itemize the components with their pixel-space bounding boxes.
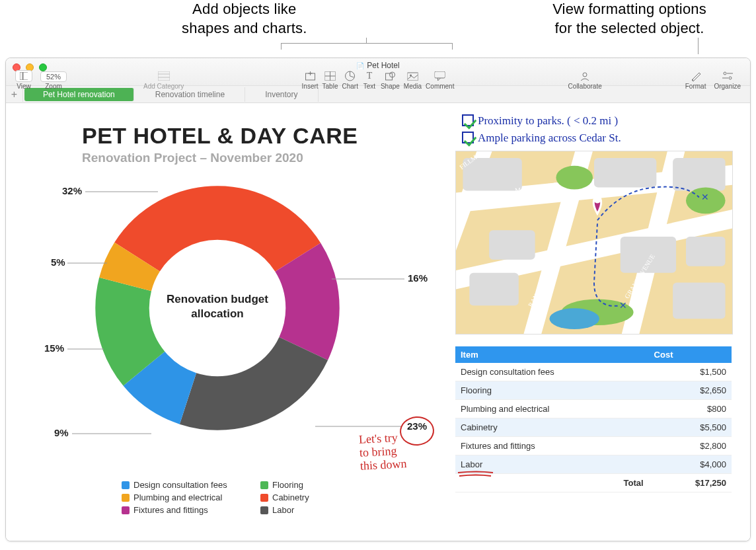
table-row[interactable]: Fixtures and fittings$2,800 — [455, 437, 732, 455]
toolbar-label: Chart — [342, 83, 358, 90]
legend-item: Plumbing and electrical — [122, 492, 260, 502]
pct-fixtures: 16% — [408, 272, 428, 284]
pct-cabinetry: 32% — [62, 185, 82, 196]
pct-flooring: 15% — [44, 342, 64, 354]
format-button[interactable]: Format — [685, 70, 706, 90]
legend-item: Fixtures and fittings — [122, 505, 260, 515]
checkbox-icon — [462, 132, 474, 143]
table-row[interactable]: Labor$4,000 — [455, 455, 732, 474]
callout-text: for the selected object. — [552, 19, 706, 38]
legend-item: Design consultation fees — [122, 480, 260, 490]
table-icon — [323, 70, 338, 82]
text-icon: T — [362, 70, 377, 82]
add-category-button[interactable]: Add Category — [143, 70, 184, 90]
toolbar-label: Comment — [426, 83, 454, 90]
callout-text: shapes and charts. — [182, 19, 307, 38]
comment-icon — [433, 70, 447, 82]
swatch-icon — [122, 494, 130, 502]
toolbar-label: Table — [322, 83, 338, 90]
svg-text:✕: ✕ — [701, 193, 709, 203]
callout-text: View formatting options — [552, 0, 706, 19]
toolbar-right: Collaborate Format Organize — [564, 70, 745, 91]
category-icon — [157, 70, 171, 82]
callout-text: Add objects like — [182, 0, 307, 19]
titlebar: 📄 Pet Hotel View 52% Zoom Add Category — [6, 58, 750, 86]
sheet-canvas[interactable]: PET HOTEL & DAY CARE Renovation Project … — [6, 103, 750, 541]
chart-legend: Design consultation fees Flooring Plumbi… — [122, 480, 366, 515]
col-header: Item — [455, 346, 649, 363]
svg-rect-33 — [489, 230, 535, 260]
svg-rect-12 — [385, 73, 392, 80]
svg-rect-36 — [686, 237, 726, 266]
toolbar-label: Add Category — [143, 83, 184, 90]
media-icon — [405, 70, 420, 82]
toolbar-label: Text — [363, 83, 375, 90]
toolbar-label: Shape — [381, 83, 400, 90]
toolbar-label: Insert — [302, 83, 319, 90]
svg-rect-0 — [20, 72, 22, 80]
svg-point-38 — [556, 166, 593, 190]
toolbar-label: Zoom — [45, 83, 62, 90]
toolbar-label: Media — [404, 83, 422, 90]
svg-rect-37 — [673, 283, 725, 319]
chart-button[interactable]: Chart — [342, 70, 358, 90]
view-button[interactable]: View — [15, 70, 32, 90]
text-button[interactable]: T Text — [362, 70, 377, 90]
hand-note-red: Let's try to bring this down — [358, 431, 407, 473]
collaborate-icon — [578, 70, 592, 82]
svg-point-18 — [692, 79, 693, 81]
pct-design: 9% — [54, 427, 69, 438]
swatch-icon — [122, 481, 130, 489]
donut-chart[interactable]: Renovation budget allocation — [92, 182, 343, 434]
callout-add-objects: Add objects like shapes and charts. — [182, 0, 307, 38]
chart-title: Renovation budget allocation — [158, 292, 277, 321]
toolbar-center: Insert Table Chart T Text Shape Media — [300, 70, 457, 91]
organize-icon — [720, 70, 735, 82]
page-subtitle: Renovation Project – November 2020 — [82, 151, 303, 165]
legend-item: Flooring — [260, 480, 366, 490]
comment-button[interactable]: Comment — [426, 70, 454, 90]
toolbar-left: View 52% Zoom Add Category — [11, 70, 188, 91]
media-button[interactable]: Media — [404, 70, 422, 90]
title-text: Pet Hotel — [367, 61, 399, 70]
table-row[interactable]: Cabinetry$5,500 — [455, 418, 732, 437]
table-row[interactable]: Plumbing and electrical$800 — [455, 400, 732, 418]
table-row[interactable]: Flooring$2,650 — [455, 381, 732, 400]
chart-icon — [343, 70, 358, 82]
table-row-total[interactable]: Total$17,250 — [455, 474, 732, 492]
document-icon: 📄 — [356, 62, 364, 69]
svg-point-19 — [724, 72, 726, 75]
swatch-icon — [260, 481, 268, 489]
shape-button[interactable]: Shape — [381, 70, 400, 90]
svg-rect-31 — [594, 158, 656, 188]
table-button[interactable]: Table — [322, 70, 338, 90]
svg-point-21 — [729, 77, 732, 79]
svg-rect-1 — [23, 72, 28, 80]
svg-point-44 — [593, 196, 601, 204]
format-icon — [689, 70, 703, 82]
collaborate-button[interactable]: Collaborate — [568, 70, 602, 90]
toolbar-label: View — [17, 83, 31, 90]
hand-note-blue: Proximity to parks. ( < 0.2 mi ) Ample p… — [462, 112, 621, 146]
insert-button[interactable]: Insert — [302, 70, 319, 90]
zoom-value: 52% — [40, 71, 67, 82]
svg-rect-32 — [673, 158, 725, 191]
window-title: 📄 Pet Hotel — [356, 61, 399, 70]
svg-point-41 — [549, 308, 599, 329]
svg-text:✕: ✕ — [619, 301, 627, 311]
toolbar-label: Format — [685, 83, 706, 90]
legend-item: Labor — [260, 505, 366, 515]
insert-icon — [303, 70, 317, 82]
cost-table[interactable]: Item Cost Design consultation fees$1,500… — [455, 346, 732, 492]
legend-item: Cabinetry — [260, 492, 366, 502]
annotation-row: Add objects like shapes and charts. View… — [0, 0, 756, 38]
table-row[interactable]: Design consultation fees$1,500 — [455, 363, 732, 381]
callout-format: View formatting options for the selected… — [552, 0, 706, 38]
zoom-button[interactable]: 52% Zoom — [40, 71, 67, 90]
checkbox-icon — [462, 114, 474, 126]
organize-button[interactable]: Organize — [714, 70, 741, 90]
page-title: PET HOTEL & DAY CARE — [82, 123, 358, 149]
toolbar-label: Organize — [714, 83, 741, 90]
toolbar-label: Collaborate — [568, 83, 602, 90]
annotation-brackets — [0, 38, 756, 58]
